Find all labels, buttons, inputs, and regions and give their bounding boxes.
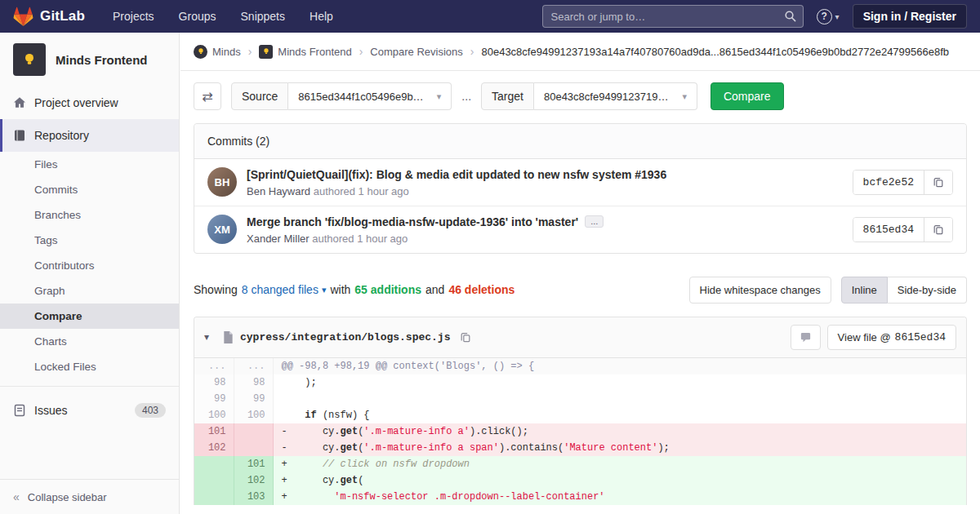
diff-added-row: 101 + // click on nsfw dropdown [194, 456, 966, 472]
chevron-down-icon: ▾ [835, 12, 840, 21]
commit-row: BH [Sprint/QuietQuail](fix): Blog & medi… [194, 159, 966, 206]
gitlab-home-link[interactable]: GitLab [13, 7, 85, 27]
sidebar-item-project-overview[interactable]: Project overview [0, 86, 179, 119]
author-avatar[interactable]: XM [207, 215, 237, 244]
diff-file-path[interactable]: cypress/integration/blogs.spec.js [240, 331, 450, 343]
diff-code-cell: + cy.get( [273, 472, 966, 489]
new-line-number[interactable]: 100 [234, 407, 273, 423]
old-line-number[interactable]: 99 [194, 391, 234, 407]
commit-author[interactable]: Xander Miller [247, 233, 310, 245]
commit-sha[interactable]: 8615ed34 [853, 218, 924, 241]
commit-meta: Ben Hayward authored 1 hour ago [247, 185, 666, 197]
sidebar-item-tags[interactable]: Tags [0, 228, 179, 253]
group-avatar [194, 45, 207, 59]
nav-projects[interactable]: Projects [113, 10, 154, 23]
project-header[interactable]: Minds Frontend [0, 33, 179, 86]
sidebar-item-files[interactable]: Files [0, 152, 179, 177]
copy-icon [933, 224, 944, 235]
sidebar-item-compare[interactable]: Compare [0, 304, 179, 329]
sidebar-nav: Project overview Repository Files Commit… [0, 86, 179, 428]
breadcrumb-group-link[interactable]: Minds [212, 46, 241, 58]
project-name: Minds Frontend [56, 53, 148, 67]
chevron-down-icon: ▾ [322, 285, 327, 295]
old-line-number[interactable]: 98 [194, 374, 234, 391]
diff-table: ... ... @@ -98,8 +98,19 @@ context('Blog… [194, 358, 966, 505]
side-by-side-view-button[interactable]: Side-by-side [888, 277, 967, 304]
sidebar-item-graph[interactable]: Graph [0, 278, 179, 304]
sidebar-item-issues[interactable]: Issues 403 [0, 393, 179, 428]
old-line-number[interactable]: 102 [194, 440, 234, 456]
commit-sha-group: 8615ed34 [853, 217, 953, 242]
additions-count: 65 additions [354, 283, 421, 296]
copy-icon [933, 176, 944, 188]
compare-button[interactable]: Compare [710, 82, 784, 110]
old-line-number: ... [194, 358, 234, 374]
inline-view-button[interactable]: Inline [841, 277, 888, 304]
help-dropdown[interactable]: ? ▾ [817, 9, 840, 24]
commit-sha-group: bcfe2e52 [853, 170, 953, 195]
diff-removed-row: 102 - cy.get('.m-mature-info a span').co… [194, 440, 966, 456]
old-line-number [194, 489, 234, 505]
diff-code-cell: + // click on nsfw dropdown [273, 456, 966, 472]
primary-nav: Projects Groups Snippets Help [113, 10, 333, 23]
new-line-number[interactable]: 103 [234, 489, 273, 505]
copy-sha-button[interactable] [924, 171, 952, 194]
author-avatar[interactable]: BH [207, 167, 237, 197]
copy-file-path-button[interactable] [457, 331, 474, 343]
breadcrumb-project-link[interactable]: Minds Frontend [278, 46, 351, 58]
navbar-right: ? ▾ Sign in / Register [542, 4, 967, 29]
new-line-number[interactable]: 98 [234, 374, 273, 391]
chevron-down-icon: ▾ [682, 91, 687, 102]
commit-title[interactable]: Merge branch 'fix/blog-media-nsfw-update… [247, 215, 604, 230]
view-file-button[interactable]: View file @ 8615ed34 [827, 325, 956, 350]
top-navbar: GitLab Projects Groups Snippets Help ? ▾… [0, 0, 980, 33]
target-label: Target [481, 82, 534, 110]
diff-line-row: 100 100 if (nsfw) { [194, 407, 966, 423]
new-line-number [234, 440, 273, 456]
help-icon: ? [817, 9, 832, 24]
diff-file-header: ▾ cypress/integration/blogs.spec.js View… [194, 317, 966, 358]
commit-title[interactable]: [Sprint/QuietQuail](fix): Blog & media e… [247, 167, 666, 183]
project-avatar-small [259, 45, 273, 59]
new-line-number[interactable]: 102 [234, 472, 273, 489]
old-line-number[interactable]: 101 [194, 423, 234, 440]
source-revision-dropdown[interactable]: 8615ed344f1c05496e9b… ▾ [288, 82, 452, 110]
sign-in-button[interactable]: Sign in / Register [853, 4, 967, 29]
deletions-count: 46 deletions [448, 283, 514, 296]
collapse-sidebar-button[interactable]: « Collapse sidebar [0, 479, 179, 514]
gitlab-wordmark: GitLab [40, 8, 85, 24]
commit-author[interactable]: Ben Hayward [247, 185, 310, 197]
sidebar-item-branches[interactable]: Branches [0, 202, 179, 228]
swap-icon: ⇄ [202, 89, 212, 104]
target-revision-dropdown[interactable]: 80e43c8cfe9499123719… ▾ [534, 82, 697, 110]
view-file-sha: 8615ed34 [895, 331, 946, 343]
nav-help[interactable]: Help [310, 10, 333, 23]
sidebar-item-repository[interactable]: Repository [0, 119, 179, 152]
copy-sha-button[interactable] [924, 218, 952, 241]
search-input[interactable] [542, 5, 804, 28]
search-icon[interactable] [784, 10, 797, 23]
new-line-number[interactable]: 101 [234, 456, 273, 472]
sidebar-item-charts[interactable]: Charts [0, 329, 179, 354]
toggle-comments-button[interactable] [791, 325, 821, 350]
old-line-number[interactable]: 100 [194, 407, 234, 423]
sidebar-item-locked-files[interactable]: Locked Files [0, 354, 179, 379]
commit-description-expander[interactable]: ... [585, 215, 604, 228]
changed-files-dropdown[interactable]: 8 changed files ▾ [242, 283, 327, 296]
chevron-right-icon: › [248, 45, 252, 58]
diff-code-cell: ); [273, 374, 966, 391]
sidebar-item-label: Repository [34, 129, 89, 142]
commit-sha[interactable]: bcfe2e52 [853, 171, 924, 194]
hide-whitespace-button[interactable]: Hide whitespace changes [689, 277, 831, 304]
nav-snippets[interactable]: Snippets [241, 10, 285, 23]
new-line-number [234, 423, 273, 440]
sidebar-item-contributors[interactable]: Contributors [0, 253, 179, 278]
swap-revisions-button[interactable]: ⇄ [194, 82, 221, 110]
new-line-number[interactable]: 99 [234, 391, 273, 407]
nav-groups[interactable]: Groups [179, 10, 216, 23]
source-value: 8615ed344f1c05496e9b… [298, 91, 423, 103]
collapse-file-caret-icon[interactable]: ▾ [204, 331, 216, 343]
sidebar-item-commits[interactable]: Commits [0, 177, 179, 202]
file-icon [222, 331, 234, 343]
breadcrumb-compare-link[interactable]: Compare Revisions [370, 46, 462, 58]
